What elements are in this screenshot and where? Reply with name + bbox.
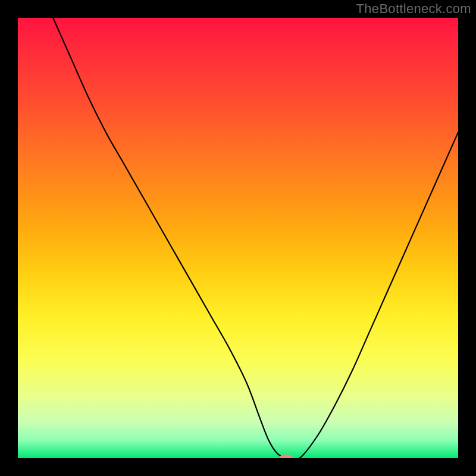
curve-svg xyxy=(18,18,458,458)
bottleneck-curve xyxy=(53,18,458,458)
watermark-text: TheBottleneck.com xyxy=(356,1,471,17)
optimum-marker xyxy=(280,455,293,458)
chart-frame: TheBottleneck.com xyxy=(0,0,476,476)
plot-area xyxy=(18,18,458,458)
